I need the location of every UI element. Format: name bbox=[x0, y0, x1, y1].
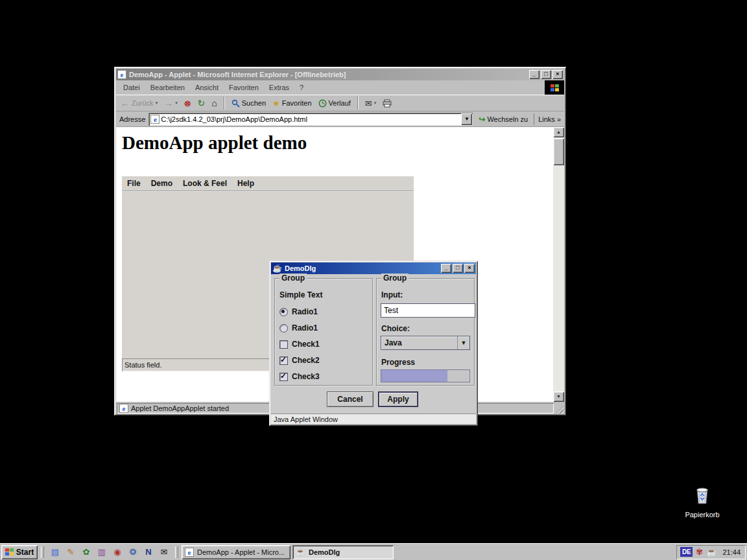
checkbox-icon[interactable] bbox=[279, 340, 288, 349]
quicklaunch-icon[interactable]: ✉ bbox=[158, 546, 171, 559]
links-bar[interactable]: Links » bbox=[534, 113, 561, 125]
quicklaunch-icon[interactable]: ▥ bbox=[95, 546, 108, 559]
radio-icon[interactable] bbox=[279, 308, 288, 316]
mail-dropdown-icon[interactable]: ▾ bbox=[374, 100, 377, 106]
ie-titlebar[interactable]: e DemoApp - Applet - Microsoft Internet … bbox=[116, 69, 564, 80]
radio-option-1[interactable]: Radio1 bbox=[279, 307, 318, 317]
desktop: e DemoApp - Applet - Microsoft Internet … bbox=[0, 0, 747, 560]
ie-throbber-logo bbox=[545, 80, 564, 95]
radio-icon[interactable] bbox=[279, 324, 288, 332]
applet-menu-lookfeel[interactable]: Look & Feel bbox=[183, 179, 227, 188]
applet-menu-help[interactable]: Help bbox=[237, 179, 254, 188]
recycle-bin-shortcut[interactable]: Papierkorb bbox=[680, 485, 725, 519]
maximize-button[interactable]: □ bbox=[541, 70, 551, 79]
demodlg-content: Group Simple Text Radio1 Radio1 Check1 C… bbox=[271, 274, 476, 414]
applet-page-icon: e bbox=[119, 404, 128, 413]
resize-grip[interactable] bbox=[555, 405, 563, 414]
dialog-maximize-button[interactable]: □ bbox=[453, 264, 463, 273]
checkbox-icon[interactable] bbox=[279, 373, 288, 381]
input-field[interactable] bbox=[381, 303, 475, 318]
applet-menubar: File Demo Look & Feel Help bbox=[122, 176, 414, 191]
go-arrow-icon: ↪ bbox=[479, 115, 485, 124]
search-button[interactable]: Suchen bbox=[230, 99, 268, 108]
task-button-demodlg[interactable]: ☕ DemoDlg bbox=[292, 545, 394, 559]
ie-window-title: DemoApp - Applet - Microsoft Internet Ex… bbox=[129, 71, 529, 78]
windows-flag-icon bbox=[551, 84, 559, 91]
menu-item-ansicht[interactable]: Ansicht bbox=[191, 82, 223, 93]
address-input[interactable] bbox=[160, 115, 461, 124]
vertical-scrollbar[interactable]: ▲ ▼ bbox=[553, 127, 564, 402]
back-arrow-icon: ← bbox=[121, 99, 130, 108]
chevron-down-icon[interactable]: ▼ bbox=[457, 336, 469, 349]
task-button-demoapp[interactable]: e DemoApp - Applet - Micro... bbox=[182, 545, 290, 559]
quicklaunch-icon[interactable]: N bbox=[142, 546, 155, 559]
menu-item-favoriten[interactable]: Favoriten bbox=[224, 82, 263, 93]
forward-dropdown-icon[interactable]: ▾ bbox=[175, 100, 178, 106]
cancel-button[interactable]: Cancel bbox=[327, 391, 374, 407]
quick-launch-bar: ▤ ✎ ✿ ▥ ◉ ❂ N ✉ bbox=[47, 546, 172, 559]
checkbox-icon[interactable] bbox=[279, 356, 288, 365]
back-dropdown-icon[interactable]: ▾ bbox=[156, 100, 158, 106]
progress-fill bbox=[381, 370, 447, 382]
print-button[interactable] bbox=[381, 99, 394, 108]
stop-icon: ⊗ bbox=[184, 99, 191, 108]
right-group-title: Group bbox=[381, 274, 409, 283]
java-tray-icon[interactable]: ☕ bbox=[706, 548, 717, 557]
dialog-close-button[interactable]: × bbox=[464, 264, 475, 273]
refresh-button[interactable]: ↻ bbox=[196, 97, 208, 109]
minimize-button[interactable]: _ bbox=[529, 70, 540, 79]
home-icon: ⌂ bbox=[211, 99, 217, 108]
demodlg-titlebar[interactable]: ☕ DemoDlg _ □ × bbox=[271, 262, 476, 274]
taskbar-grip[interactable] bbox=[175, 546, 178, 558]
quicklaunch-icon[interactable]: ✎ bbox=[64, 546, 77, 559]
windows-flag-icon bbox=[5, 548, 14, 555]
applet-window-warning: Java Applet Window bbox=[271, 414, 476, 424]
keyboard-language-indicator[interactable]: DE bbox=[680, 547, 693, 557]
menu-item-hilfe[interactable]: ? bbox=[295, 82, 308, 93]
ie-task-icon: e bbox=[185, 548, 194, 557]
choice-combobox[interactable]: Java ▼ bbox=[381, 336, 470, 350]
mail-button[interactable]: ✉ ▾ bbox=[363, 98, 378, 109]
back-button[interactable]: ← Zurück ▾ bbox=[119, 98, 160, 108]
quicklaunch-icon[interactable]: ◉ bbox=[111, 546, 124, 559]
clock: 21:44 bbox=[720, 548, 741, 556]
status-text: Applet DemoAppApplet started bbox=[131, 404, 229, 412]
menu-item-datei[interactable]: Datei bbox=[119, 82, 145, 93]
choice-label: Choice: bbox=[381, 324, 410, 333]
recycle-bin-label: Papierkorb bbox=[680, 511, 725, 519]
menu-item-bearbeiten[interactable]: Bearbeiten bbox=[146, 82, 189, 93]
java-coffee-icon: ☕ bbox=[296, 548, 305, 557]
radio-option-2[interactable]: Radio1 bbox=[279, 323, 318, 333]
left-group-box: Group Simple Text Radio1 Radio1 Check1 C… bbox=[274, 278, 373, 386]
forward-button[interactable]: → ▾ bbox=[162, 98, 180, 108]
checkbox-option-3[interactable]: Check3 bbox=[279, 371, 320, 382]
history-button[interactable]: Verlauf bbox=[316, 99, 353, 108]
ie-addressbar: Adresse e ▼ ↪ Wechseln zu Links » bbox=[116, 111, 564, 127]
quicklaunch-icon[interactable]: ❂ bbox=[126, 546, 139, 559]
stop-button[interactable]: ⊗ bbox=[182, 98, 193, 109]
go-button[interactable]: ↪ Wechseln zu bbox=[476, 113, 530, 125]
applet-menu-demo[interactable]: Demo bbox=[151, 179, 172, 188]
demodlg-window: ☕ DemoDlg _ □ × Group Simple Text Radio1… bbox=[269, 261, 478, 426]
links-chevron-icon[interactable]: » bbox=[557, 115, 561, 123]
checkbox-option-1[interactable]: Check1 bbox=[279, 339, 320, 349]
address-dropdown-button[interactable]: ▼ bbox=[461, 113, 472, 125]
scroll-up-button[interactable]: ▲ bbox=[553, 127, 564, 137]
menu-item-extras[interactable]: Extras bbox=[265, 82, 294, 93]
quicklaunch-icon[interactable]: ✿ bbox=[80, 546, 93, 559]
start-button[interactable]: Start bbox=[1, 545, 38, 559]
taskbar-grip[interactable] bbox=[41, 546, 44, 558]
toolbar-separator bbox=[357, 97, 359, 110]
favorites-button[interactable]: ★ Favoriten bbox=[270, 98, 314, 109]
scroll-thumb[interactable] bbox=[553, 138, 564, 165]
home-button[interactable]: ⌂ bbox=[209, 98, 219, 108]
quicklaunch-icon[interactable]: ▤ bbox=[49, 546, 62, 559]
applet-menu-file[interactable]: File bbox=[127, 179, 141, 188]
tray-icon[interactable]: ✾ bbox=[696, 548, 703, 557]
close-button[interactable]: × bbox=[552, 70, 563, 79]
scroll-down-button[interactable]: ▼ bbox=[553, 391, 564, 402]
dialog-minimize-button[interactable]: _ bbox=[441, 264, 451, 273]
checkbox-option-2[interactable]: Check2 bbox=[279, 355, 320, 366]
apply-button[interactable]: Apply bbox=[378, 391, 418, 407]
history-clock-icon bbox=[318, 99, 327, 108]
